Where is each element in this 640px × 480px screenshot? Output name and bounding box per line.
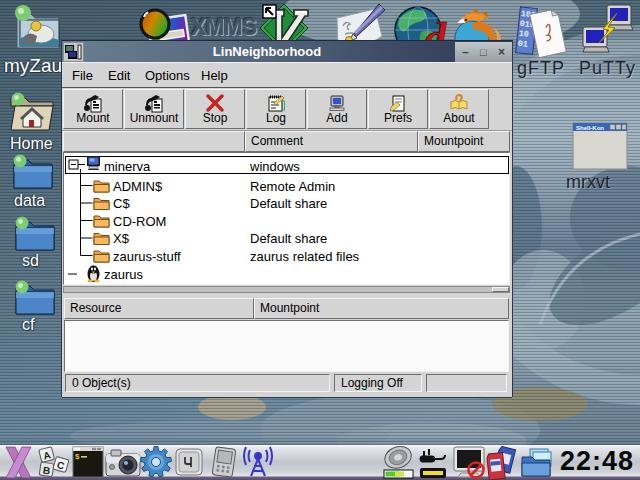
- svg-text:01: 01: [517, 39, 528, 50]
- svg-text:B: B: [42, 464, 51, 476]
- svg-text:Shell-Kon: Shell-Kon: [576, 125, 604, 131]
- svg-text:$: $: [75, 452, 80, 461]
